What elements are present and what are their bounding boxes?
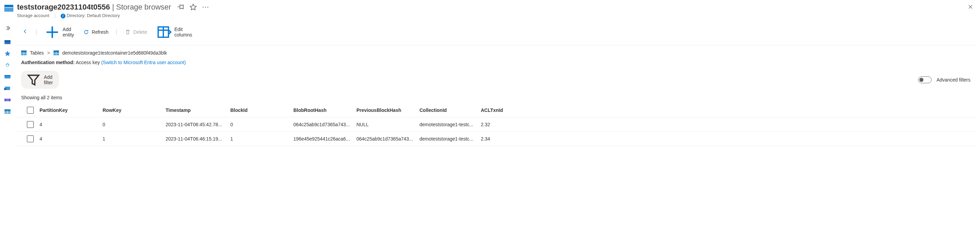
col-previousblockhash[interactable]: PreviousBlockHash (356, 107, 420, 113)
advanced-filters-toggle[interactable] (918, 77, 932, 83)
svg-rect-7 (5, 40, 11, 42)
refresh-icon (83, 29, 89, 35)
rail-settings-icon[interactable] (4, 62, 11, 69)
breadcrumb-current[interactable]: demoteststorage1testcontainer1e5d680f49d… (62, 50, 167, 56)
row-checkbox[interactable] (27, 135, 34, 142)
svg-rect-10 (5, 75, 11, 76)
svg-rect-15 (9, 99, 11, 101)
rail-queues-icon[interactable] (4, 96, 11, 103)
breadcrumb-root[interactable]: Tables (30, 50, 44, 56)
item-count: Showing all 2 items (15, 89, 977, 103)
columns-icon (157, 24, 172, 40)
row-checkbox[interactable] (27, 121, 34, 128)
tables-icon (21, 51, 27, 55)
svg-rect-24 (21, 51, 27, 52)
svg-rect-17 (5, 109, 11, 110)
breadcrumb: Tables > demoteststorage1testcontainer1e… (15, 45, 977, 56)
table-row[interactable]: 4 0 2023-11-04T06:45:42.78... 0 064c25ab… (15, 117, 977, 132)
refresh-button[interactable]: Refresh (80, 28, 112, 36)
info-icon: i (60, 14, 65, 18)
back-icon[interactable] (21, 28, 31, 36)
col-blockid[interactable]: BlockId (230, 107, 293, 113)
favorite-icon[interactable] (189, 3, 197, 11)
select-all-checkbox[interactable] (27, 107, 34, 114)
svg-point-3 (203, 7, 204, 8)
add-entity-button[interactable]: Add entity (41, 23, 77, 41)
add-filter-button[interactable]: Add filter (21, 70, 59, 89)
plus-icon (45, 24, 60, 40)
svg-rect-12 (4, 88, 6, 90)
svg-rect-28 (54, 51, 59, 52)
edit-columns-button[interactable]: Edit columns (153, 23, 196, 41)
rail-containers-icon[interactable] (4, 74, 11, 80)
directory-label: iDirectory: Default Directory (60, 13, 120, 18)
table-icon (54, 51, 59, 55)
authentication-method: Authentication method: Access key (Switc… (15, 56, 977, 65)
svg-point-4 (205, 7, 206, 8)
col-partitionkey[interactable]: PartitionKey (40, 107, 103, 113)
expand-rail-icon[interactable] (5, 24, 11, 34)
page-title: teststorage20231104t0556 | Storage brows… (17, 3, 171, 11)
rail-storage-icon[interactable] (4, 38, 11, 45)
col-rowkey[interactable]: RowKey (103, 107, 165, 113)
col-timestamp[interactable]: Timestamp (165, 107, 230, 113)
col-collectionid[interactable]: CollectionId (420, 107, 481, 113)
advanced-filters-label: Advanced filters (936, 77, 970, 83)
main-content: Add entity Refresh Delete Edit columns T… (15, 22, 980, 146)
data-grid: PartitionKey RowKey Timestamp BlockId Bl… (15, 103, 977, 146)
delete-button: Delete (122, 28, 150, 36)
grid-header-row: PartitionKey RowKey Timestamp BlockId Bl… (15, 103, 977, 117)
rail-fileshares-icon[interactable] (4, 85, 11, 92)
svg-point-5 (207, 7, 208, 8)
command-bar: Add entity Refresh Delete Edit columns (15, 22, 977, 46)
nav-rail (0, 22, 15, 146)
chevron-right-icon: > (47, 50, 50, 56)
rail-favorite-icon[interactable] (4, 50, 11, 57)
svg-rect-0 (5, 5, 13, 7)
rail-tables-icon[interactable] (4, 108, 11, 115)
filter-icon (27, 73, 41, 86)
col-acltxnid[interactable]: ACLTxnId (481, 107, 518, 113)
close-icon[interactable] (968, 4, 973, 11)
svg-rect-14 (5, 99, 6, 101)
more-icon[interactable] (202, 3, 209, 11)
resource-type-label: Storage account (17, 13, 49, 18)
svg-rect-1 (5, 8, 13, 11)
page-header: teststorage20231104t0556 | Storage brows… (0, 0, 980, 22)
svg-point-8 (7, 64, 8, 66)
table-row[interactable]: 4 1 2023-11-04T06:46:15.19... 1 196e45e9… (15, 132, 977, 146)
pin-icon[interactable] (177, 3, 185, 11)
delete-icon (125, 29, 130, 35)
switch-auth-link[interactable]: (Switch to Microsoft Entra user account) (101, 60, 186, 65)
col-blobroothash[interactable]: BlobRootHash (293, 107, 356, 113)
storage-account-icon (4, 3, 14, 13)
